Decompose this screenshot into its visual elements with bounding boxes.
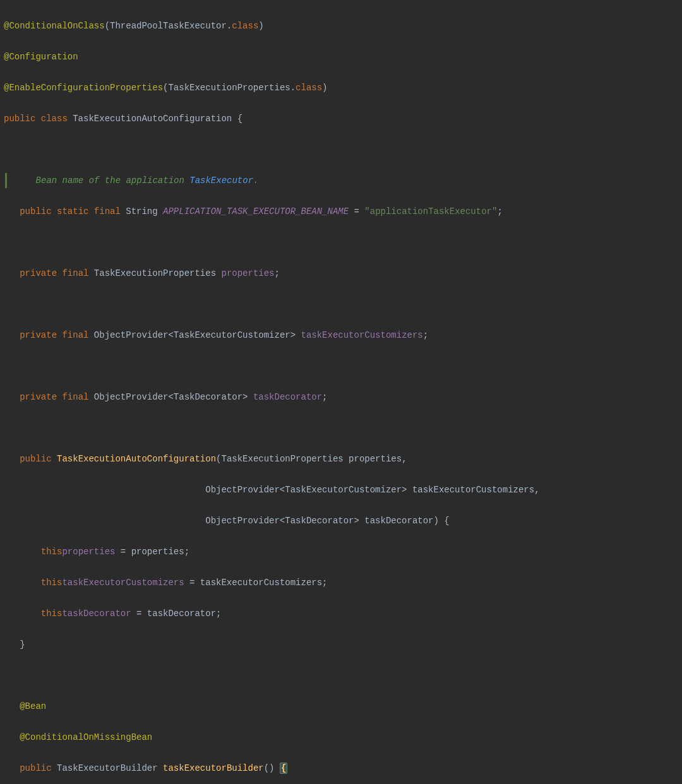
- code-line: ObjectProvider<TaskDecorator> taskDecora…: [4, 513, 678, 529]
- code-line: public static final String APPLICATION_T…: [4, 204, 678, 220]
- code-line: private final ObjectProvider<TaskDecorat…: [4, 389, 678, 405]
- code-line: [4, 297, 678, 312]
- javadoc-line: Bean name of the application TaskExecuto…: [5, 173, 678, 189]
- code-line: private final TaskExecutionProperties pr…: [4, 266, 678, 282]
- code-line: [4, 420, 678, 436]
- code-line: public TaskExecutionAutoConfiguration(Ta…: [4, 451, 678, 467]
- code-line: [4, 668, 678, 684]
- code-line: public TaskExecutorBuilder taskExecutorB…: [4, 761, 678, 776]
- code-line: private final ObjectProvider<TaskExecuto…: [4, 328, 678, 343]
- code-line: ObjectProvider<TaskExecutorCustomizer> t…: [4, 482, 678, 498]
- code-line: [4, 359, 678, 374]
- code-line: thisproperties = properties;: [4, 544, 678, 560]
- code-line: }: [4, 637, 678, 653]
- code-line: [4, 235, 678, 251]
- code-line: [4, 142, 678, 158]
- code-line: @Bean: [4, 699, 678, 715]
- code-line: @ConditionalOnMissingBean: [4, 730, 678, 745]
- code-editor[interactable]: @ConditionalOnClass(ThreadPoolTaskExecut…: [0, 0, 682, 784]
- code-line: @EnableConfigurationProperties(TaskExecu…: [4, 80, 678, 96]
- code-line: public class TaskExecutionAutoConfigurat…: [4, 111, 678, 127]
- brace-match-icon: {: [280, 763, 287, 774]
- code-line: @Configuration: [4, 49, 678, 65]
- code-line: @ConditionalOnClass(ThreadPoolTaskExecut…: [4, 18, 678, 34]
- code-line: thistaskExecutorCustomizers = taskExecut…: [4, 575, 678, 591]
- code-line: thistaskDecorator = taskDecorator;: [4, 606, 678, 622]
